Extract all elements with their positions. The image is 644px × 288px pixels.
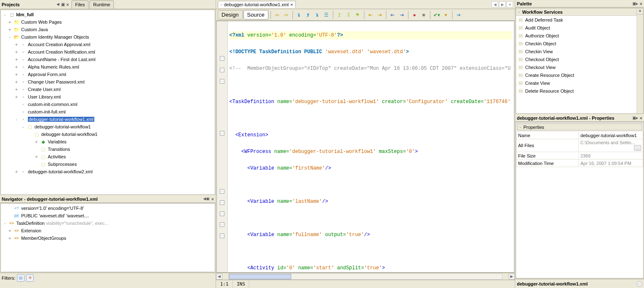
tree-node[interactable]: +AccountName - First dot Last.xml bbox=[2, 56, 215, 63]
tree-node[interactable]: custom-init-full.xml bbox=[2, 108, 215, 116]
indent-left-icon[interactable]: ⇤ bbox=[388, 11, 397, 19]
properties-section[interactable]: - Properties bbox=[517, 123, 642, 130]
nav-node[interactable]: -TaskDefinition visibility="runschedule"… bbox=[2, 219, 215, 227]
property-row[interactable]: File Size2369 bbox=[516, 152, 643, 160]
toggle-hl-icon[interactable]: ☰ bbox=[322, 11, 331, 19]
macro-stop-icon[interactable]: ■ bbox=[420, 11, 428, 19]
palette-item[interactable]: Checkin Object bbox=[516, 39, 643, 47]
left-tabs-nav-left-icon[interactable]: ◀ bbox=[57, 2, 59, 7]
toggle-bm-icon[interactable]: ⚑ bbox=[354, 11, 362, 19]
filter-settings-icon[interactable]: ✳ bbox=[26, 274, 34, 282]
tree-node[interactable]: +Custom Web Pages bbox=[2, 18, 215, 26]
palette-item[interactable]: Delete Resource Object bbox=[516, 87, 643, 95]
tree-node[interactable]: custom-init-common.xml bbox=[2, 101, 215, 108]
nav-close-icon[interactable]: × bbox=[211, 197, 214, 202]
tab-files[interactable]: Files bbox=[71, 0, 88, 9]
fold-icon[interactable]: - bbox=[220, 200, 224, 205]
palette-item[interactable]: Checkout View bbox=[516, 63, 643, 71]
palette-category[interactable]: - Workflow Services bbox=[516, 8, 643, 16]
props-pin-icon[interactable]: ▣▸ bbox=[632, 116, 638, 121]
mode-source[interactable]: Source bbox=[243, 10, 268, 20]
nav-node[interactable]: +MemberObjectGroups bbox=[2, 234, 215, 242]
tree-node[interactable]: +debugger-tutorial-workflow2.xml bbox=[2, 168, 215, 175]
collapse-icon[interactable]: - bbox=[518, 9, 521, 15]
palette-item[interactable]: Audit Object bbox=[516, 24, 643, 32]
scroll-right-icon[interactable]: ▶ bbox=[509, 273, 515, 280]
find-next-icon[interactable]: ⮯ bbox=[313, 11, 322, 19]
palette[interactable]: - Workflow Services Add Deferred TaskAud… bbox=[516, 8, 644, 114]
find-sel-icon[interactable]: ⮯ bbox=[295, 11, 303, 19]
run-icon[interactable]: ➔ bbox=[455, 11, 463, 19]
scroll-thumb[interactable] bbox=[229, 274, 291, 279]
ellipsis-button[interactable]: … bbox=[634, 145, 641, 151]
tree-node[interactable]: +Create User.xml bbox=[2, 86, 215, 93]
fold-icon[interactable]: - bbox=[220, 234, 224, 238]
palette-item[interactable]: Create View bbox=[516, 79, 643, 87]
shift-right-icon[interactable]: ⇥ bbox=[376, 11, 384, 19]
shift-left-icon[interactable]: ⇤ bbox=[366, 11, 375, 19]
filter-target-icon[interactable]: ◎ bbox=[17, 274, 25, 282]
indent-right-icon[interactable]: ⇥ bbox=[398, 11, 406, 19]
palette-item[interactable]: Checkin View bbox=[516, 47, 643, 55]
fold-icon[interactable]: - bbox=[220, 68, 224, 72]
tree-node[interactable]: +Change User Password.xml bbox=[2, 78, 215, 86]
pin-icon[interactable]: ▣ bbox=[61, 2, 65, 7]
fold-icon[interactable]: - bbox=[220, 189, 224, 194]
navigator-tree[interactable]: version='1.0' encoding='UTF-8'PUBLIC 'wa… bbox=[0, 203, 215, 272]
nav-fwd-icon[interactable]: ⇨ bbox=[282, 11, 290, 19]
project-tree[interactable]: -Idm_full +Custom Web Pages+Custom Java-… bbox=[0, 10, 215, 195]
tree-node[interactable]: +Custom Java bbox=[2, 26, 215, 33]
tab-runtime[interactable]: Runtime bbox=[89, 0, 114, 9]
props-close-icon[interactable]: × bbox=[640, 116, 642, 121]
tab-projects[interactable]: Projects bbox=[2, 2, 20, 7]
tree-node[interactable]: +Account Creation Notification.xml bbox=[2, 48, 215, 56]
tree-node[interactable]: +Activities bbox=[2, 153, 215, 160]
property-row[interactable]: Modification TimeApr 16, 2007 1:09:54 PM bbox=[516, 160, 643, 167]
macro-rec-icon[interactable]: ● bbox=[410, 11, 419, 19]
code-editor[interactable]: - - - - - - - - - <?xml version='1.0' en… bbox=[216, 21, 514, 273]
fold-icon[interactable]: - bbox=[220, 79, 224, 84]
tab-close-icon[interactable]: × bbox=[290, 2, 293, 7]
tree-root[interactable]: -Idm_full bbox=[2, 11, 215, 18]
fold-icon[interactable]: - bbox=[220, 222, 224, 227]
palette-item[interactable]: Authorize Object bbox=[516, 32, 643, 39]
palette-close-icon[interactable]: × bbox=[640, 1, 642, 6]
tree-node[interactable]: +Approval Form.xml bbox=[2, 71, 215, 78]
tree-node[interactable]: -debugger-tutorial-workflow1.xml bbox=[2, 116, 215, 123]
fold-icon[interactable]: - bbox=[220, 131, 224, 135]
xsl-icon[interactable]: ▾ bbox=[442, 11, 450, 19]
tree-node[interactable]: +Alpha Numeric Rules.xml bbox=[2, 63, 215, 71]
validate-icon[interactable]: ✔▾ bbox=[433, 11, 441, 19]
properties-table[interactable]: Namedebugger-tutorial-workflow1All Files… bbox=[516, 131, 643, 167]
mode-design[interactable]: Design bbox=[218, 10, 243, 20]
editor-tab[interactable]: debugger-tutorial-workflow1.xml × bbox=[218, 1, 296, 8]
palette-pin-icon[interactable]: ▣▸ bbox=[632, 1, 638, 6]
collapse-icon[interactable]: - bbox=[519, 124, 522, 130]
find-prev-icon[interactable]: ⮭ bbox=[304, 11, 312, 19]
next-bm-icon[interactable]: ↧ bbox=[344, 11, 353, 19]
property-row[interactable]: All FilesC:\Documents and Settin... … bbox=[516, 139, 643, 152]
tree-node[interactable]: +Variables bbox=[2, 138, 215, 145]
tree-node[interactable]: Subprocesses bbox=[2, 160, 215, 168]
prev-bm-icon[interactable]: ↥ bbox=[335, 11, 344, 19]
editor-hscroll[interactable]: ◀ ▶ bbox=[216, 273, 515, 280]
fold-icon[interactable]: - bbox=[220, 212, 224, 216]
nav-node[interactable]: +Extension bbox=[2, 227, 215, 234]
palette-item[interactable]: Checkout Object bbox=[516, 55, 643, 63]
nav-pin-icon[interactable]: ◀▣ bbox=[203, 197, 210, 202]
nav-node[interactable]: PUBLIC 'waveset.dtd' 'waveset.... bbox=[2, 212, 215, 219]
nav-node[interactable]: version='1.0' encoding='UTF-8' bbox=[2, 204, 215, 212]
tree-node[interactable]: +Account Creation Approval.xml bbox=[2, 41, 215, 48]
palette-scrollbar[interactable]: ▲ bbox=[637, 8, 643, 113]
scroll-left-icon[interactable]: ◀ bbox=[216, 273, 222, 280]
nav-back-icon[interactable]: ⇦ bbox=[273, 11, 281, 19]
fold-icon[interactable]: - bbox=[220, 56, 224, 61]
close-icon[interactable]: × bbox=[66, 2, 69, 7]
tree-node[interactable]: -debugger-tutorial-workflow1 bbox=[2, 123, 215, 130]
palette-item[interactable]: Add Deferred Task bbox=[516, 16, 643, 24]
editor-nav-left-icon[interactable]: ◀ bbox=[492, 1, 498, 7]
tree-node[interactable]: Transitions bbox=[2, 145, 215, 153]
tree-node[interactable]: -Custom Identity Manager Objects bbox=[2, 33, 215, 41]
tree-node[interactable]: debugger-tutorial-workflow1 bbox=[2, 130, 215, 138]
editor-nav-right-icon[interactable]: ▶ bbox=[499, 1, 506, 7]
